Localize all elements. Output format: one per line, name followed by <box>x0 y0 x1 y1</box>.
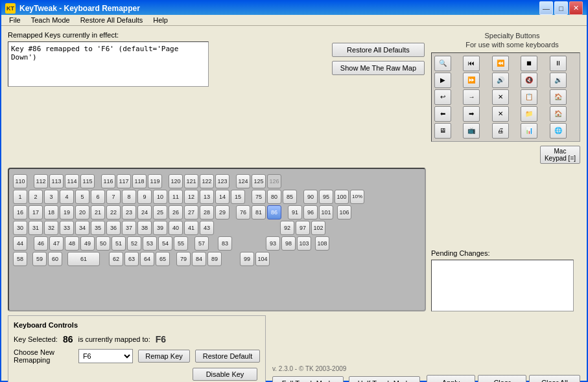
spec-btn-10[interactable]: 🔉 <box>550 73 567 88</box>
spec-btn-7[interactable]: ⏩ <box>463 73 480 88</box>
key-75[interactable]: 75 <box>252 190 266 204</box>
key-46[interactable]: 46 <box>34 236 48 251</box>
key-92[interactable]: 92 <box>280 221 294 235</box>
key-65[interactable]: 65 <box>156 252 170 266</box>
key-115[interactable]: 115 <box>80 174 95 188</box>
key-126[interactable]: 126 <box>267 174 281 188</box>
key-125[interactable]: 125 <box>252 174 266 188</box>
spec-btn-2[interactable]: ⏮ <box>463 56 480 71</box>
spec-btn-21[interactable]: 🖥 <box>434 123 451 139</box>
minimize-button[interactable]: — <box>539 1 553 15</box>
remap-key-button[interactable]: Remap Key <box>138 350 190 363</box>
key-120[interactable]: 120 <box>169 174 183 188</box>
key-47[interactable]: 47 <box>49 236 64 251</box>
key-124[interactable]: 124 <box>236 174 250 188</box>
key-10pct[interactable]: 10% <box>350 190 364 204</box>
spec-btn-23[interactable]: 🖨 <box>492 123 509 139</box>
spec-btn-18[interactable]: ✕ <box>492 106 509 122</box>
spec-btn-11[interactable]: ↩ <box>434 89 451 105</box>
spec-btn-8[interactable]: 🔊 <box>492 73 509 88</box>
key-116[interactable]: 116 <box>101 174 115 188</box>
mac-keypad-button[interactable]: MacKeypad [=] <box>540 146 580 164</box>
key-99[interactable]: 99 <box>240 252 254 266</box>
key-110[interactable]: 110 <box>13 174 27 188</box>
key-14[interactable]: 14 <box>215 190 229 204</box>
key-13[interactable]: 13 <box>200 190 214 204</box>
key-16[interactable]: 16 <box>13 205 27 219</box>
key-17[interactable]: 17 <box>29 205 43 219</box>
key-35[interactable]: 35 <box>91 221 105 235</box>
key-40[interactable]: 40 <box>169 221 183 235</box>
key-9[interactable]: 9 <box>137 190 152 204</box>
key-6[interactable]: 6 <box>91 190 105 204</box>
key-26[interactable]: 26 <box>169 205 183 219</box>
spec-btn-6[interactable]: ▶ <box>434 73 451 88</box>
key-50[interactable]: 50 <box>96 236 110 251</box>
key-2[interactable]: 2 <box>29 190 43 204</box>
key-36[interactable]: 36 <box>106 221 121 235</box>
key-91[interactable]: 91 <box>288 205 302 219</box>
key-34[interactable]: 34 <box>75 221 89 235</box>
key-80[interactable]: 80 <box>267 190 281 204</box>
key-51[interactable]: 51 <box>112 236 126 251</box>
spec-btn-25[interactable]: 🌐 <box>550 123 567 139</box>
key-76[interactable]: 76 <box>236 205 250 219</box>
menu-help[interactable]: Help <box>148 15 173 25</box>
key-54[interactable]: 54 <box>158 236 172 251</box>
spec-btn-13[interactable]: ✕ <box>492 89 509 105</box>
spec-btn-9[interactable]: 🔇 <box>521 73 537 88</box>
key-59[interactable]: 59 <box>32 252 47 266</box>
clear-all-button[interactable]: Clear All <box>529 375 580 382</box>
key-37[interactable]: 37 <box>122 221 136 235</box>
key-63[interactable]: 63 <box>124 252 139 266</box>
key-119[interactable]: 119 <box>148 174 162 188</box>
key-27[interactable]: 27 <box>184 205 198 219</box>
key-79[interactable]: 79 <box>176 252 191 266</box>
key-106[interactable]: 106 <box>337 205 351 219</box>
key-1[interactable]: 1 <box>13 190 27 204</box>
spec-btn-19[interactable]: 📁 <box>521 106 537 122</box>
restore-default-button[interactable]: Restore Default <box>195 350 260 363</box>
key-108[interactable]: 108 <box>315 236 329 251</box>
key-43[interactable]: 43 <box>200 221 214 235</box>
key-39[interactable]: 39 <box>153 221 167 235</box>
key-7[interactable]: 7 <box>106 190 121 204</box>
key-44[interactable]: 44 <box>13 236 27 251</box>
key-53[interactable]: 53 <box>143 236 157 251</box>
clear-button[interactable]: Clear <box>478 375 526 382</box>
spec-btn-24[interactable]: 📊 <box>521 123 537 139</box>
key-118[interactable]: 118 <box>132 174 147 188</box>
key-100[interactable]: 100 <box>335 190 349 204</box>
key-10[interactable]: 10 <box>153 190 167 204</box>
key-3[interactable]: 3 <box>44 190 58 204</box>
key-101[interactable]: 101 <box>319 205 333 219</box>
key-113[interactable]: 113 <box>49 174 64 188</box>
menu-teach-mode[interactable]: Teach Mode <box>26 15 75 25</box>
disable-key-button[interactable]: Disable Key <box>193 368 257 381</box>
key-5[interactable]: 5 <box>75 190 89 204</box>
spec-btn-22[interactable]: 📺 <box>463 123 480 139</box>
key-122[interactable]: 122 <box>200 174 214 188</box>
key-93[interactable]: 93 <box>266 236 280 251</box>
key-28[interactable]: 28 <box>200 205 214 219</box>
key-30[interactable]: 30 <box>13 221 27 235</box>
key-83[interactable]: 83 <box>218 236 232 251</box>
key-89[interactable]: 89 <box>207 252 222 266</box>
key-22[interactable]: 22 <box>106 205 121 219</box>
key-81[interactable]: 81 <box>252 205 266 219</box>
key-18[interactable]: 18 <box>44 205 58 219</box>
key-121[interactable]: 121 <box>184 174 198 188</box>
spec-btn-20[interactable]: 🏠 <box>550 106 567 122</box>
key-103[interactable]: 103 <box>297 236 311 251</box>
key-95[interactable]: 95 <box>319 190 333 204</box>
key-29[interactable]: 29 <box>215 205 229 219</box>
restore-all-button[interactable]: Restore All Defaults <box>332 43 425 57</box>
key-114[interactable]: 114 <box>65 174 79 188</box>
key-123[interactable]: 123 <box>215 174 229 188</box>
key-62[interactable]: 62 <box>109 252 123 266</box>
full-teach-button[interactable]: Full Teach Mode <box>272 376 344 382</box>
key-86[interactable]: 86 <box>267 205 281 219</box>
spec-btn-16[interactable]: ⬅ <box>434 106 451 122</box>
show-raw-map-button[interactable]: Show Me The Raw Map <box>332 61 425 75</box>
key-57[interactable]: 57 <box>194 236 209 251</box>
